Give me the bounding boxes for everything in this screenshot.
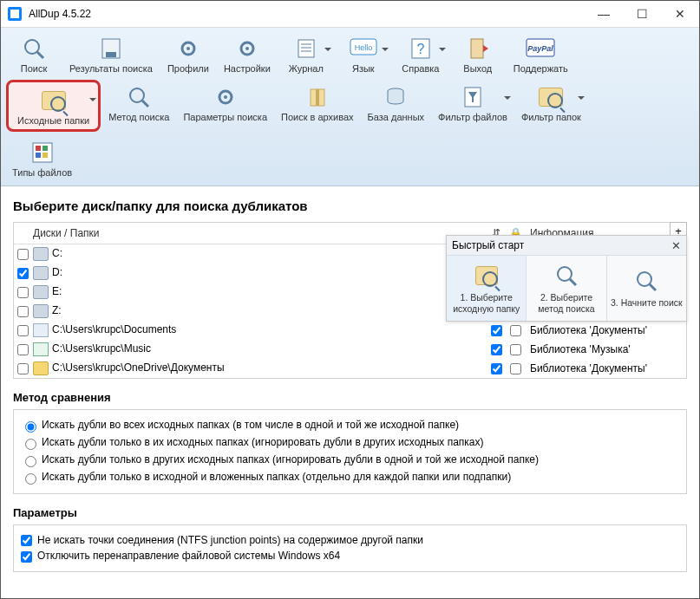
quickstart-step-label: 2. Выберите метод поиска (530, 292, 602, 314)
search-icon (18, 34, 49, 63)
row-recurse[interactable] (491, 363, 502, 374)
results-label: Результаты поиска (69, 63, 153, 74)
method-option[interactable]: Искать дубли только в их исходных папках… (21, 436, 679, 450)
method-option[interactable]: Искать дубли только в исходной и вложенн… (21, 471, 679, 485)
archive-search-icon (302, 82, 333, 112)
toolbar-donate[interactable]: PayPalПоддержать (507, 31, 574, 76)
row-recurse[interactable] (491, 344, 502, 355)
method-option[interactable]: Искать дубли во всех исходных папках (в … (21, 419, 679, 433)
method-radio[interactable] (25, 456, 36, 467)
row-path: C:\Users\krupc\Music (52, 342, 151, 355)
toolbar-exit[interactable]: Выход (450, 31, 506, 76)
folder-icon (33, 361, 49, 375)
toolbar-profiles[interactable]: Профили (160, 31, 216, 76)
search-method-icon (123, 82, 154, 112)
quickstart-title: Быстрый старт (452, 239, 524, 251)
svg-point-36 (638, 272, 651, 286)
param-option[interactable]: Отключить перенаправление файловой систе… (21, 550, 679, 562)
table-row[interactable]: C:\Users\krupc\MusicБиблиотека 'Музыка' (14, 340, 686, 359)
toolbar-search-params[interactable]: Параметры поиска (177, 80, 273, 132)
settings-label: Настройки (224, 63, 271, 74)
database-icon (380, 82, 411, 112)
toolbar-file-filter[interactable]: Фильтр файлов (432, 80, 514, 132)
toolbar-journal[interactable]: Журнал (278, 31, 334, 76)
folder-filter-label: Фильтр папок (521, 112, 581, 122)
method-radio[interactable] (25, 473, 36, 485)
quickstart-step-2[interactable]: 2. Выберите метод поиска (527, 256, 606, 321)
method-label: Искать дубли только в их исходных папках… (42, 436, 484, 448)
method-label: Искать дубли только в других исходных па… (42, 453, 539, 466)
row-select[interactable] (17, 325, 29, 336)
toolbar-database[interactable]: База данных (362, 80, 431, 132)
quickstart-step-icon (552, 263, 581, 289)
window-controls: — ☐ ✕ (585, 1, 699, 27)
database-label: База данных (368, 112, 425, 122)
quickstart-close-icon[interactable]: ✕ (671, 239, 681, 252)
row-select[interactable] (17, 306, 29, 317)
toolbar-help[interactable]: ?Справка (393, 31, 448, 76)
table-row[interactable]: C:\Users\krupc\DocumentsБиблиотека 'Доку… (14, 321, 686, 340)
svg-point-34 (558, 267, 572, 281)
row-path: C: (52, 247, 62, 259)
toolbar-archive-search[interactable]: Поиск в архивах (275, 80, 360, 132)
row-lock[interactable] (510, 363, 521, 374)
row-lock[interactable] (510, 344, 521, 355)
drive-icon (33, 247, 49, 261)
search-params-icon (210, 82, 241, 112)
table-row[interactable]: C:\Users\krupc\OneDrive\ДокументыБиблиот… (14, 359, 686, 378)
method-label: Искать дубли только в исходной и вложенн… (42, 471, 511, 483)
row-recurse[interactable] (491, 325, 502, 336)
svg-point-23 (224, 95, 227, 99)
row-path: E: (52, 285, 62, 297)
quickstart-step-1[interactable]: 1. Выберите исходную папку (447, 256, 527, 321)
toolbar-file-types[interactable]: Типы файлов (6, 135, 78, 180)
params-options: Не искать точки соединения (NTFS junctio… (13, 524, 687, 572)
page-heading: Выберите диск/папку для поиска дубликато… (13, 199, 687, 213)
file-types-label: Типы файлов (12, 167, 72, 178)
row-select[interactable] (17, 344, 29, 355)
minimize-button[interactable]: — (585, 1, 623, 27)
file-types-icon (27, 138, 58, 167)
toolbar-settings[interactable]: Настройки (218, 31, 277, 76)
method-radio[interactable] (25, 421, 36, 433)
drive-icon (33, 285, 49, 299)
row-select[interactable] (17, 363, 29, 374)
titlebar: AllDup 4.5.22 — ☐ ✕ (1, 1, 699, 28)
row-select[interactable] (17, 249, 29, 260)
help-label: Справка (402, 63, 439, 74)
donate-icon: PayPal (525, 34, 556, 63)
folder-filter-icon (535, 82, 566, 112)
method-option[interactable]: Искать дубли только в других исходных па… (21, 453, 679, 467)
content-area: Выберите диск/папку для поиска дубликато… (1, 186, 699, 598)
profiles-label: Профили (167, 63, 209, 74)
app-icon (8, 7, 22, 21)
maximize-button[interactable]: ☐ (623, 1, 661, 27)
toolbar-search-method[interactable]: Метод поиска (102, 80, 175, 132)
toolbar-source-folders[interactable]: Исходные папки (6, 80, 101, 132)
app-window: AllDup 4.5.22 — ☐ ✕ ПоискРезультаты поис… (0, 0, 700, 599)
svg-point-5 (186, 47, 190, 50)
param-checkbox[interactable] (21, 551, 32, 563)
row-select[interactable] (17, 287, 29, 298)
col-disks[interactable]: Диски / Папки (31, 227, 487, 239)
row-lock[interactable] (510, 325, 521, 336)
toolbar-results[interactable]: Результаты поиска (63, 31, 159, 76)
param-checkbox[interactable] (21, 535, 32, 546)
svg-point-7 (245, 47, 249, 50)
exit-label: Выход (463, 63, 492, 74)
quickstart-step-3[interactable]: 3. Начните поиск (607, 256, 686, 321)
file-filter-label: Фильтр файлов (438, 112, 507, 122)
toolbar-language[interactable]: HelloЯзык (336, 31, 391, 76)
svg-point-0 (25, 40, 39, 54)
quickstart-panel: Быстрый старт ✕ 1. Выберите исходную пап… (446, 235, 687, 322)
method-radio[interactable] (25, 439, 36, 450)
param-option[interactable]: Не искать точки соединения (NTFS junctio… (21, 534, 679, 546)
row-select[interactable] (17, 268, 29, 279)
row-info: Библиотека 'Документы' (525, 324, 686, 336)
close-button[interactable]: ✕ (661, 1, 699, 27)
toolbar-folder-filter[interactable]: Фильтр папок (515, 80, 587, 132)
exit-icon (462, 34, 494, 63)
archive-search-label: Поиск в архивах (281, 112, 354, 122)
svg-rect-32 (36, 153, 41, 158)
toolbar-search[interactable]: Поиск (6, 31, 62, 76)
